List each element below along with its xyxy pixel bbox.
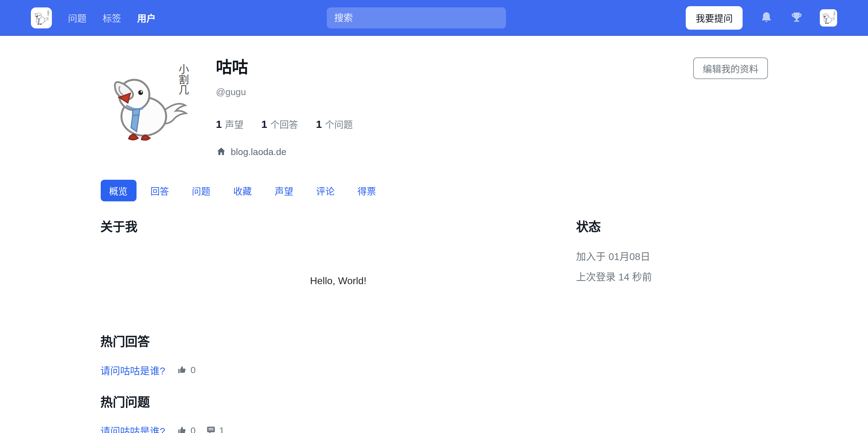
notification-bell-icon[interactable] <box>759 11 773 24</box>
profile-info: 咕咕 @gugu 1声望 1个回答 1个问题 <box>216 57 371 157</box>
status-title: 状态 <box>576 220 768 234</box>
nav-item-users[interactable]: 用户 <box>137 11 156 24</box>
thumbs-up-icon <box>178 365 187 375</box>
tab-reputation[interactable]: 声望 <box>266 180 302 202</box>
main-content: 咕咕 @gugu 1声望 1个回答 1个问题 <box>100 36 768 433</box>
stat-reputation-label: 声望 <box>225 119 243 130</box>
top-answers-section: 热门回答 请问咕咕是谁? 0 <box>100 335 576 377</box>
tab-comments[interactable]: 评论 <box>307 180 343 202</box>
left-column: 关于我 Hello, World! 热门回答 请问咕咕是谁? 0 <box>100 220 576 433</box>
home-icon <box>216 147 226 157</box>
nav-item-tags[interactable]: 标签 <box>102 11 121 24</box>
profile-website-link[interactable]: blog.laoda.de <box>231 146 286 157</box>
stat-questions-label: 个问题 <box>325 119 353 130</box>
edit-profile-button[interactable]: 编辑我的资料 <box>693 57 768 79</box>
profile-website: blog.laoda.de <box>216 146 371 157</box>
vote-count: 0 <box>191 365 196 375</box>
navbar-avatar-bird-icon <box>820 9 836 26</box>
profile-username: @gugu <box>216 87 371 97</box>
stat-questions: 1个问题 <box>316 117 353 131</box>
navbar: 问题 标签 用户 我要提问 <box>0 0 868 36</box>
profile-header: 咕咕 @gugu 1声望 1个回答 1个问题 <box>100 57 768 157</box>
answer-title-link[interactable]: 请问咕咕是谁? <box>100 363 165 377</box>
list-item: 请问咕咕是谁? 0 1 <box>100 423 576 433</box>
comment-count: 1 <box>219 425 224 433</box>
profile-name: 咕咕 <box>216 59 371 77</box>
status-sidebar: 状态 加入于 01月08日 上次登录 14 秒前 <box>576 220 768 283</box>
list-item: 请问咕咕是谁? 0 <box>100 363 576 377</box>
about-title: 关于我 <box>100 220 576 234</box>
tab-questions[interactable]: 问题 <box>183 180 219 202</box>
search-area <box>156 7 677 28</box>
tab-bookmarks[interactable]: 收藏 <box>224 180 260 202</box>
user-profile-page: 问题 标签 用户 我要提问 咕咕 @gugu <box>0 0 868 433</box>
site-logo[interactable] <box>31 7 52 28</box>
stat-reputation: 1声望 <box>216 117 243 131</box>
comment-icon <box>206 426 216 433</box>
overview-content: 关于我 Hello, World! 热门回答 请问咕咕是谁? 0 <box>100 220 768 433</box>
ask-question-button[interactable]: 我要提问 <box>686 6 743 29</box>
achievements-trophy-icon[interactable] <box>789 11 803 24</box>
stat-questions-value: 1 <box>316 119 322 130</box>
navbar-user-avatar[interactable] <box>820 9 837 26</box>
stat-answers: 1个回答 <box>261 117 298 131</box>
joined-date: 加入于 01月08日 <box>576 248 768 263</box>
last-login: 上次登录 14 秒前 <box>576 269 768 283</box>
stat-answers-label: 个回答 <box>270 119 298 130</box>
profile-tabs: 概览 回答 问题 收藏 声望 评论 得票 <box>100 180 768 202</box>
answer-meta: 0 <box>178 365 206 375</box>
main-navigation: 问题 标签 用户 <box>52 11 156 24</box>
question-title-link[interactable]: 请问咕咕是谁? <box>100 423 165 433</box>
top-questions-section: 热门问题 请问咕咕是谁? 0 1 <box>100 395 576 433</box>
search-input[interactable] <box>327 7 506 28</box>
question-meta: 0 1 <box>178 425 235 433</box>
stat-answers-value: 1 <box>261 119 267 130</box>
profile-avatar <box>100 57 196 153</box>
top-answers-title: 热门回答 <box>100 335 576 349</box>
top-questions-title: 热门问题 <box>100 395 576 409</box>
nav-item-questions[interactable]: 问题 <box>68 11 87 24</box>
site-logo-bird-icon <box>32 8 51 27</box>
stat-reputation-value: 1 <box>216 119 222 130</box>
vote-count-group: 0 <box>178 425 196 433</box>
vote-count-group: 0 <box>178 365 196 375</box>
about-content: Hello, World! <box>100 276 576 287</box>
about-section: 关于我 Hello, World! <box>100 220 576 287</box>
profile-stats: 1声望 1个回答 1个问题 <box>216 117 371 131</box>
tab-votes[interactable]: 得票 <box>349 180 384 202</box>
comment-count-group: 1 <box>206 425 224 433</box>
tab-overview[interactable]: 概览 <box>100 180 136 202</box>
tab-answers[interactable]: 回答 <box>142 180 178 202</box>
profile-avatar-bird-image <box>100 57 196 153</box>
thumbs-up-icon <box>178 426 187 433</box>
vote-count: 0 <box>191 425 196 433</box>
